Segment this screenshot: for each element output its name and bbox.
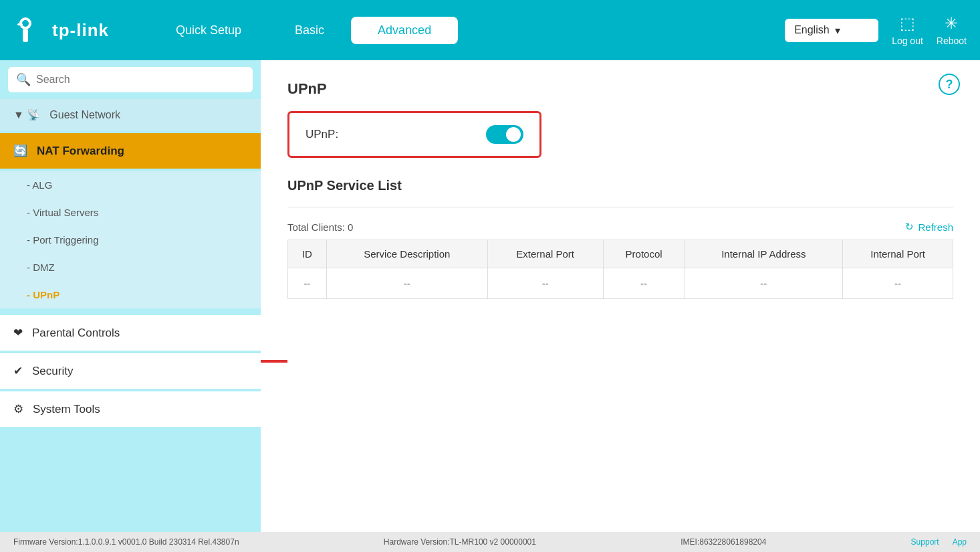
language-label: English (794, 24, 829, 36)
footer: Firmware Version:1.1.0.0.9.1 v0001.0 Bui… (0, 532, 980, 552)
sidebar-sub-item-port-triggering[interactable]: - Port Triggering (0, 226, 261, 254)
reboot-button[interactable]: ✳ Reboot (937, 14, 967, 46)
sidebar-item-nat-forwarding[interactable]: 🔄 NAT Forwarding (0, 133, 261, 169)
upnp-section-title: UPnP (287, 80, 953, 98)
reboot-label: Reboot (937, 35, 967, 46)
table-cell: -- (487, 268, 603, 299)
imei: IMEI:863228061898204 (681, 537, 766, 547)
header: tp-link Quick Setup Basic Advanced Engli… (0, 0, 980, 60)
language-selector[interactable]: English ▾ (785, 19, 878, 42)
tplink-logo-icon (13, 14, 45, 46)
table-cell: -- (326, 268, 487, 299)
nat-forwarding-icon: 🔄 (13, 144, 27, 158)
logout-button[interactable]: ⬚ Log out (892, 14, 923, 46)
upnp-toggle[interactable] (486, 125, 523, 144)
tab-advanced[interactable]: Advanced (351, 17, 458, 44)
virtual-servers-label: - Virtual Servers (27, 207, 98, 218)
refresh-icon: ↻ (905, 221, 914, 233)
logo-text: tp-link (52, 20, 109, 41)
firmware-version: Firmware Version:1.1.0.0.9.1 v0001.0 Bui… (13, 537, 239, 547)
port-triggering-label: - Port Triggering (27, 234, 99, 246)
svg-rect-2 (23, 29, 28, 42)
table-header-row: ID Service Description External Port Pro… (288, 240, 953, 268)
tab-quick-setup[interactable]: Quick Setup (149, 17, 268, 44)
chevron-down-icon: ▾ (835, 24, 840, 37)
col-external-port: External Port (487, 240, 603, 268)
content-area: ? UPnP UPnP: UPnP Service List Total Cli… (261, 60, 980, 532)
col-internal-ip: Internal IP Address (685, 240, 843, 268)
logo-area: tp-link (13, 14, 109, 46)
app-link[interactable]: App (953, 537, 967, 547)
list-header: Total Clients: 0 ↻ Refresh (287, 221, 953, 233)
footer-right: Support App (911, 537, 967, 547)
sidebar-sub-item-virtual-servers[interactable]: - Virtual Servers (0, 199, 261, 226)
search-input[interactable] (36, 74, 245, 86)
nav-tabs: Quick Setup Basic Advanced (149, 17, 785, 44)
col-id: ID (288, 240, 327, 268)
table-cell: -- (288, 268, 327, 299)
system-tools-icon: ⚙ (13, 402, 23, 416)
sidebar-sub-item-dmz[interactable]: - DMZ (0, 254, 261, 281)
table-cell: -- (603, 268, 685, 299)
reboot-icon: ✳ (945, 14, 958, 33)
sidebar-item-label: Parental Controls (32, 327, 120, 340)
service-list-title: UPnP Service List (287, 178, 953, 193)
guest-network-icon: ▼ 📡 (13, 108, 40, 121)
sidebar-item-parental-controls[interactable]: ❤ Parental Controls (0, 315, 261, 351)
tab-basic[interactable]: Basic (268, 17, 351, 44)
table-row: ------------ (288, 268, 953, 299)
svg-point-1 (22, 20, 29, 27)
alg-label: - ALG (27, 179, 52, 191)
sidebar-item-guest-network[interactable]: ▼ 📡 Guest Network (0, 99, 261, 130)
sidebar: 🔍 ▼ 📡 Guest Network 🔄 NAT Forwarding - A… (0, 60, 261, 532)
dmz-label: - DMZ (27, 262, 55, 273)
sidebar-sub-item-alg[interactable]: - ALG (0, 171, 261, 199)
logout-icon: ⬚ (900, 14, 915, 33)
upnp-label: - UPnP (27, 289, 59, 300)
sidebar-item-system-tools[interactable]: ⚙ System Tools (0, 391, 261, 427)
parental-controls-icon: ❤ (13, 326, 23, 340)
sidebar-item-label: Guest Network (49, 109, 120, 121)
arrow-annotation (261, 341, 301, 381)
service-table: ID Service Description External Port Pro… (287, 240, 953, 299)
support-link[interactable]: Support (911, 537, 939, 547)
col-internal-port: Internal Port (843, 240, 953, 268)
search-icon: 🔍 (16, 72, 31, 87)
table-cell: -- (843, 268, 953, 299)
table-cell: -- (685, 268, 843, 299)
svg-rect-3 (17, 23, 23, 25)
sidebar-sub-item-upnp[interactable]: - UPnP (0, 281, 261, 308)
hardware-version: Hardware Version:TL-MR100 v2 00000001 (384, 537, 536, 547)
search-box: 🔍 (8, 67, 253, 92)
refresh-label: Refresh (918, 221, 953, 233)
sidebar-item-label: NAT Forwarding (37, 145, 124, 158)
toggle-slider (486, 125, 523, 144)
help-icon[interactable]: ? (939, 74, 960, 95)
header-right: English ▾ ⬚ Log out ✳ Reboot (785, 14, 967, 46)
upnp-toggle-box: UPnP: (287, 111, 541, 158)
upnp-label: UPnP: (305, 128, 338, 141)
main-layout: 🔍 ▼ 📡 Guest Network 🔄 NAT Forwarding - A… (0, 60, 980, 532)
col-service-description: Service Description (326, 240, 487, 268)
logout-label: Log out (892, 35, 923, 46)
col-protocol: Protocol (603, 240, 685, 268)
total-clients: Total Clients: 0 (287, 221, 353, 233)
sidebar-item-label: System Tools (33, 403, 100, 416)
sidebar-item-security[interactable]: ✔ Security (0, 353, 261, 389)
divider (287, 207, 953, 207)
refresh-button[interactable]: ↻ Refresh (905, 221, 953, 233)
security-icon: ✔ (13, 364, 23, 378)
sidebar-item-label: Security (32, 365, 73, 378)
